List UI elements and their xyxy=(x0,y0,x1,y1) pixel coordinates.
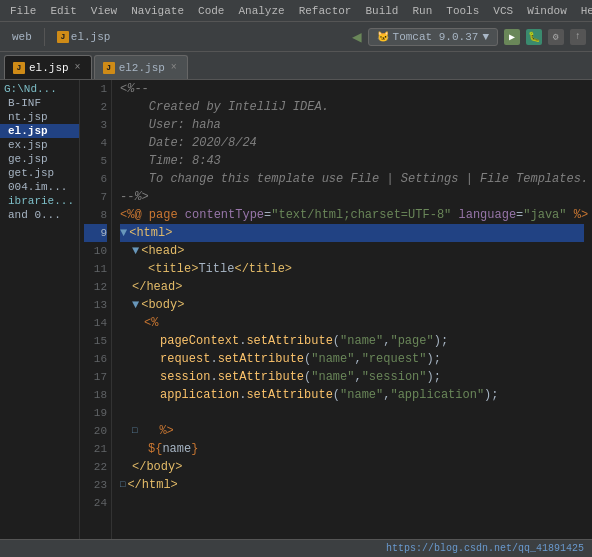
code-line-13: ▼<body> xyxy=(120,296,584,314)
code-line-14: <% xyxy=(120,314,584,332)
code-line-15: pageContext.setAttribute("name","page"); xyxy=(120,332,584,350)
code-line-18: application.setAttribute("name","applica… xyxy=(120,386,584,404)
tab-icon-el2: J xyxy=(103,62,115,74)
separator-1 xyxy=(44,28,45,46)
tomcat-selector[interactable]: 🐱 Tomcat 9.0.37 ▼ xyxy=(368,28,498,46)
code-line-10: ▼<head> xyxy=(120,242,584,260)
code-line-8: <%@ page contentType="text/html;charset=… xyxy=(120,206,584,224)
statusbar: https://blog.csdn.net/qq_41891425 xyxy=(0,539,592,557)
sidebar-binf[interactable]: B-INF xyxy=(0,96,79,110)
sidebar-libraries[interactable]: ibrarie... xyxy=(0,194,79,208)
tab-el-jsp[interactable]: J el.jsp × xyxy=(4,55,92,79)
menu-refactor[interactable]: Refactor xyxy=(293,3,358,19)
tab-close-el2[interactable]: × xyxy=(169,61,179,74)
tab-label-el: el.jsp xyxy=(29,62,69,74)
sidebar-and[interactable]: and 0... xyxy=(0,208,79,222)
update-button[interactable]: ↑ xyxy=(570,29,586,45)
menu-tools[interactable]: Tools xyxy=(440,3,485,19)
code-line-17: session.setAttribute("name","session"); xyxy=(120,368,584,386)
toolbar: web J el.jsp ◀ 🐱 Tomcat 9.0.37 ▼ ▶ 🐛 ⚙ ↑ xyxy=(0,22,592,52)
menu-vcs[interactable]: VCS xyxy=(487,3,519,19)
menu-analyze[interactable]: Analyze xyxy=(232,3,290,19)
jsp-file-icon: J xyxy=(57,31,69,43)
code-line-9: ▼<html> xyxy=(120,224,584,242)
sidebar-root[interactable]: G:\Nd... xyxy=(0,82,79,96)
menu-build[interactable]: Build xyxy=(359,3,404,19)
code-line-20: □ %> xyxy=(120,422,584,440)
main-area: G:\Nd... B-INF nt.jsp el.jsp ex.jsp ge.j… xyxy=(0,80,592,539)
tab-close-el[interactable]: × xyxy=(73,61,83,74)
code-line-7: --%> xyxy=(120,188,584,206)
settings-button[interactable]: ⚙ xyxy=(548,29,564,45)
menu-code[interactable]: Code xyxy=(192,3,230,19)
code-line-23: □ </html> xyxy=(120,476,584,494)
sidebar-get-jsp[interactable]: get.jsp xyxy=(0,166,79,180)
file-label[interactable]: J el.jsp xyxy=(51,29,117,45)
statusbar-url: https://blog.csdn.net/qq_41891425 xyxy=(386,543,584,554)
tomcat-icon: 🐱 xyxy=(377,31,389,43)
arrow-left-icon[interactable]: ◀ xyxy=(352,27,362,47)
tab-icon-el: J xyxy=(13,62,25,74)
code-line-3: User: haha xyxy=(120,116,584,134)
menu-help[interactable]: Help xyxy=(575,3,592,19)
code-line-16: request.setAttribute("name","request"); xyxy=(120,350,584,368)
code-line-2: Created by IntelliJ IDEA. xyxy=(120,98,584,116)
sidebar-el-jsp[interactable]: el.jsp xyxy=(0,124,79,138)
line-numbers: 12345 678 9 1011121314 1516171819 202122… xyxy=(80,80,112,539)
code-line-21: ${name} xyxy=(120,440,584,458)
menu-window[interactable]: Window xyxy=(521,3,573,19)
code-line-4: Date: 2020/8/24 xyxy=(120,134,584,152)
dropdown-icon: ▼ xyxy=(482,31,489,43)
menu-edit[interactable]: Edit xyxy=(44,3,82,19)
tab-el2-jsp[interactable]: J el2.jsp × xyxy=(94,55,188,79)
code-line-12: </head> xyxy=(120,278,584,296)
menu-run[interactable]: Run xyxy=(406,3,438,19)
web-label[interactable]: web xyxy=(6,29,38,45)
code-line-1: <%-- xyxy=(120,80,584,98)
code-line-22: </body> xyxy=(120,458,584,476)
menu-navigate[interactable]: Navigate xyxy=(125,3,190,19)
menu-view[interactable]: View xyxy=(85,3,123,19)
code-line-6: To change this template use File | Setti… xyxy=(120,170,584,188)
code-area: 12345 678 9 1011121314 1516171819 202122… xyxy=(80,80,592,539)
sidebar-ex-jsp[interactable]: ex.jsp xyxy=(0,138,79,152)
run-button[interactable]: ▶ xyxy=(504,29,520,45)
project-sidebar: G:\Nd... B-INF nt.jsp el.jsp ex.jsp ge.j… xyxy=(0,80,80,539)
code-lines[interactable]: <%-- Created by IntelliJ IDEA. User: hah… xyxy=(112,80,592,539)
code-editor[interactable]: 12345 678 9 1011121314 1516171819 202122… xyxy=(80,80,592,539)
tab-label-el2: el2.jsp xyxy=(119,62,165,74)
tabs-bar: J el.jsp × J el2.jsp × xyxy=(0,52,592,80)
sidebar-ge-jsp[interactable]: ge.jsp xyxy=(0,152,79,166)
sidebar-nt-jsp[interactable]: nt.jsp xyxy=(0,110,79,124)
code-line-5: Time: 8:43 xyxy=(120,152,584,170)
code-line-11: <title>Title</title> xyxy=(120,260,584,278)
code-line-24 xyxy=(120,494,584,512)
menubar: File Edit View Navigate Code Analyze Ref… xyxy=(0,0,592,22)
debug-button[interactable]: 🐛 xyxy=(526,29,542,45)
menu-file[interactable]: File xyxy=(4,3,42,19)
code-line-19 xyxy=(120,404,584,422)
sidebar-004-img[interactable]: 004.im... xyxy=(0,180,79,194)
